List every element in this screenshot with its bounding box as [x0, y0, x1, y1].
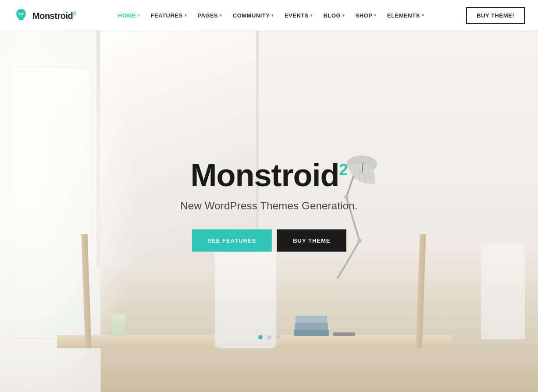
nav-item-home[interactable]: HOME ▾: [114, 0, 145, 31]
slider-dot-2[interactable]: [267, 335, 271, 339]
hero-buttons: SEE FEATURES BUY THEME: [180, 229, 357, 251]
chevron-down-icon: ▾: [185, 13, 187, 18]
nav-item-pages[interactable]: PAGES ▾: [193, 0, 227, 31]
buy-theme-button[interactable]: BUY THEME: [277, 229, 346, 251]
slider-dot-3[interactable]: [276, 335, 280, 339]
header: Monstroid2 HOME ▾ FEATURES ▾ PAGES ▾ COM…: [0, 0, 538, 31]
nav-item-elements[interactable]: ELEMENTS ▾: [383, 0, 428, 31]
nav-item-events[interactable]: EVENTS ▾: [280, 0, 317, 31]
chevron-down-icon: ▾: [422, 13, 424, 18]
svg-point-1: [22, 13, 24, 14]
header-buy-button[interactable]: BUY THEME!: [466, 7, 525, 24]
logo-text: Monstroid2: [32, 10, 76, 21]
chevron-down-icon: ▾: [374, 13, 377, 18]
nav-item-blog[interactable]: BLOG ▾: [319, 0, 349, 31]
nav-item-community[interactable]: COMMUNITY ▾: [228, 0, 278, 31]
chevron-down-icon: ▾: [138, 13, 140, 18]
hero-right-box: [481, 243, 525, 339]
chevron-down-icon: ▾: [271, 13, 274, 18]
hero-subtitle: New WordPress Themes Generation.: [180, 199, 357, 212]
chevron-down-icon: ▾: [342, 13, 345, 18]
slider-dot-1[interactable]: [258, 335, 263, 339]
hero-title: Monstroid2: [180, 159, 357, 191]
hero-pencil-holder: [112, 314, 125, 336]
nav-item-features[interactable]: FEATURES ▾: [146, 0, 192, 31]
nav-item-shop[interactable]: SHOP ▾: [351, 0, 381, 31]
main-nav: HOME ▾ FEATURES ▾ PAGES ▾ COMMUNITY ▾ EV…: [114, 0, 428, 31]
hero-section: Monstroid2 New WordPress Themes Generati…: [0, 0, 538, 392]
svg-point-0: [19, 13, 21, 14]
logo-icon: [13, 7, 29, 23]
chevron-down-icon: ▾: [310, 13, 313, 18]
svg-point-5: [357, 239, 362, 243]
see-features-button[interactable]: SEE FEATURES: [192, 229, 272, 251]
slider-dots: [258, 335, 280, 339]
hero-content: Monstroid2 New WordPress Themes Generati…: [180, 159, 357, 251]
logo[interactable]: Monstroid2: [13, 7, 76, 23]
chevron-down-icon: ▾: [220, 13, 222, 18]
